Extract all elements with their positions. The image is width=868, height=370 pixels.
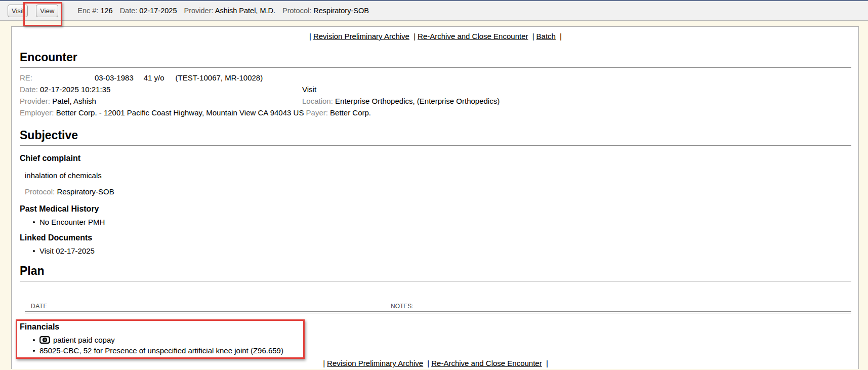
plan-table-header: DATE NOTES: — [20, 303, 851, 310]
link-separator: | — [414, 32, 416, 40]
employer-value: Better Corp. - 12001 Pacific Coast Highw… — [56, 108, 304, 117]
provider-location-row: Provider: Patel, Ashish Location: Enterp… — [20, 95, 851, 107]
financials-list: 0 patient paid copay 85025-CBC, 52 for P… — [20, 335, 851, 356]
link-separator: | — [546, 359, 548, 367]
chief-complaint-heading: Chief complaint — [20, 154, 851, 163]
tab-visit[interactable]: Visit — [8, 5, 28, 17]
tab-view[interactable]: View — [36, 5, 58, 17]
protocol-value: Respiratory-SOB — [57, 187, 114, 196]
plan-date-column-label: DATE — [31, 303, 48, 310]
date-label: Date: — [20, 85, 38, 94]
location-value: Enterprise Orthopedics, (Enterprise Orth… — [335, 97, 500, 105]
money-bill-icon: 0 — [39, 336, 50, 344]
financials-copay-text: patient paid copay — [53, 336, 115, 344]
link-revision-preliminary-archive-bottom[interactable]: Revision Preliminary Archive — [327, 359, 423, 367]
payer-value: Better Corp. — [330, 108, 371, 117]
financials-copay-item: 0 patient paid copay — [20, 335, 851, 345]
provider-field: Provider: Ashish Patel, M.D. — [184, 7, 276, 15]
section-title-subjective: Subjective — [20, 129, 851, 146]
link-re-archive-close-encounter-bottom[interactable]: Re-Archive and Close Encounter — [431, 359, 542, 367]
financials-charge-item: 85025-CBC, 52 for Presence of unspecifie… — [20, 345, 851, 356]
svg-text:0: 0 — [44, 338, 46, 342]
pmh-list: No Encounter PMH — [20, 217, 851, 227]
patient-re-row: RE:03-03-198341 y/o(TEST-10067, MR-10028… — [20, 72, 851, 84]
link-separator: | — [427, 359, 429, 367]
linked-documents-list: Visit 02-17-2025 — [20, 245, 851, 256]
top-action-links: |Revision Preliminary Archive |Re-Archiv… — [20, 32, 851, 42]
plan-table-divider — [25, 311, 851, 313]
link-batch[interactable]: Batch — [536, 32, 556, 40]
pmh-heading: Past Medical History — [20, 204, 851, 214]
payer-label: Payer: — [306, 108, 328, 117]
link-separator: | — [532, 32, 534, 40]
encounter-date-field: Date: 02-17-2025 — [120, 7, 177, 15]
patient-ids: (TEST-10067, MR-10028) — [176, 73, 263, 82]
encounter-number-field: Enc #: 126 — [77, 7, 112, 15]
protocol-line: Protocol: Respiratory-SOB — [25, 187, 851, 196]
provider-label: Provider: — [20, 97, 50, 105]
provider-name: Patel, Ashish — [52, 97, 96, 105]
link-revision-preliminary-archive-top[interactable]: Revision Preliminary Archive — [313, 32, 409, 40]
financials-heading: Financials — [20, 322, 851, 332]
link-separator: | — [560, 32, 562, 40]
encounter-datetime: 02-17-2025 10:21:35 — [40, 85, 110, 94]
link-separator: | — [309, 32, 311, 40]
bottom-action-links: |Revision Preliminary Archive |Re-Archiv… — [20, 359, 851, 368]
employer-payer-row: Employer: Better Corp. - 12001 Pacific C… — [20, 107, 851, 118]
date-visit-row: Date: 02-17-2025 10:21:35 Visit — [20, 84, 851, 95]
visit-type-value: Visit — [302, 84, 316, 95]
linked-document-item[interactable]: Visit 02-17-2025 — [20, 245, 851, 256]
topbar-fields: Enc #: 126 Date: 02-17-2025 Provider: As… — [77, 7, 369, 15]
topbar: Visit View Enc #: 126 Date: 02-17-2025 P… — [0, 0, 868, 21]
protocol-field: Protocol: Respiratory-SOB — [282, 7, 369, 15]
plan-notes-column-label: NOTES: — [391, 303, 414, 310]
re-label: RE: — [20, 72, 95, 84]
page-background: |Revision Preliminary Archive |Re-Archiv… — [0, 21, 868, 369]
employer-label: Employer: — [20, 108, 54, 117]
location-label: Location: — [302, 97, 333, 105]
section-title-encounter: Encounter — [20, 51, 851, 68]
linked-documents-heading: Linked Documents — [20, 233, 851, 242]
pmh-list-item: No Encounter PMH — [20, 217, 851, 227]
location-item: Location: Enterprise Orthopedics, (Enter… — [302, 95, 500, 107]
section-title-plan: Plan — [20, 264, 851, 281]
protocol-label: Protocol: — [25, 187, 55, 196]
patient-dob: 03-03-1983 — [95, 73, 134, 82]
encounter-summary: RE:03-03-198341 y/o(TEST-10067, MR-10028… — [20, 72, 851, 118]
link-separator: | — [323, 359, 325, 367]
chief-complaint-text: inhalation of chemicals — [25, 171, 851, 180]
patient-age: 41 y/o — [144, 73, 164, 82]
link-re-archive-close-encounter-top[interactable]: Re-Archive and Close Encounter — [418, 32, 528, 40]
financials-section: Financials 0 patient paid copay 85025-CB… — [20, 322, 851, 356]
encounter-document-panel: |Revision Preliminary Archive |Re-Archiv… — [11, 26, 859, 369]
